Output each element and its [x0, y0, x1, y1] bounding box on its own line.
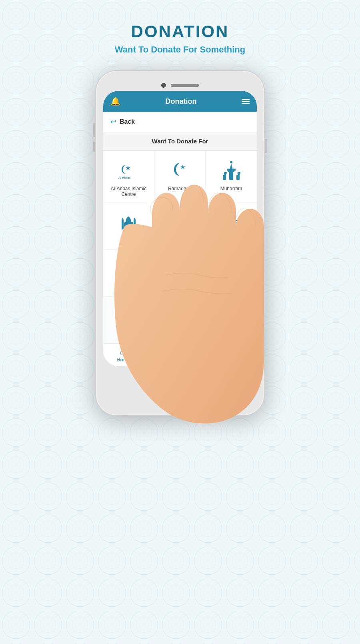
svg-text:Al-Abbas: Al-Abbas	[118, 176, 131, 179]
zakat-label: Zakat	[122, 285, 134, 291]
khums-label: Khums	[172, 238, 187, 244]
sadaqah-icon	[219, 211, 243, 235]
phone-wrapper: 🔔 Donation ↩ Back Want To Donate For	[96, 71, 264, 415]
side-button-right	[265, 139, 267, 153]
empty-cell-2	[206, 297, 257, 344]
app-title: Donation	[166, 97, 197, 106]
svg-rect-23	[125, 265, 133, 266]
svg-point-32	[158, 353, 159, 354]
phone-top-bar	[103, 78, 257, 91]
svg-rect-18	[126, 223, 129, 227]
svg-point-26	[131, 274, 133, 278]
back-bar[interactable]: ↩ Back	[103, 112, 257, 132]
nav-resources-label: Resources	[190, 358, 209, 362]
svg-point-28	[228, 262, 234, 268]
donation-item-zakat[interactable]: Zakat	[103, 250, 154, 297]
nav-qibla[interactable]: Qibla Direction	[224, 347, 252, 364]
phone-frame: 🔔 Donation ↩ Back Want To Donate For	[96, 71, 264, 415]
home-button[interactable]	[170, 372, 190, 392]
menu-icon[interactable]	[242, 99, 250, 104]
muharram-icon	[219, 159, 243, 183]
others-icon	[117, 305, 141, 329]
khums-icon	[168, 211, 192, 235]
donation-item-khums[interactable]: Khums	[154, 203, 206, 250]
sadaqah-label: Sadaqah	[222, 238, 241, 244]
svg-rect-15	[223, 175, 226, 180]
bell-icon[interactable]: 🔔	[110, 97, 120, 106]
burial-icon	[168, 258, 192, 282]
donation-item-safar[interactable]: Safar	[103, 203, 154, 250]
svg-rect-19	[122, 219, 124, 229]
burial-label: Burial	[174, 285, 186, 291]
side-buttons-left	[93, 123, 95, 152]
power-button	[265, 139, 267, 153]
donation-item-others[interactable]: Others	[103, 297, 154, 344]
bottom-nav: ⌂ Home News Feed	[103, 344, 257, 366]
nav-newsfeed[interactable]: News Feed	[147, 347, 175, 364]
svg-rect-13	[227, 169, 236, 171]
svg-rect-31	[124, 314, 133, 317]
svg-rect-29	[122, 321, 136, 324]
svg-rect-16	[236, 175, 240, 180]
donation-item-sadaqah[interactable]: Sadaqah	[206, 203, 257, 250]
svg-point-14	[230, 161, 232, 163]
page-content: DONATION Want To Donate For Something	[0, 0, 360, 415]
rss-icon	[157, 347, 165, 357]
ramadhan-label: Ramadhan	[168, 186, 192, 191]
alabbas-icon: Al-Abbas Islamic Centre	[117, 159, 141, 183]
donation-item-ramadhan[interactable]: Ramadhan	[154, 151, 206, 203]
back-arrow-icon: ↩	[110, 117, 116, 126]
donation-item-alabbas[interactable]: Al-Abbas Islamic Centre Al-Abbas Islamic…	[103, 151, 154, 203]
phone-speaker	[171, 84, 199, 87]
muharram-label: Muharram	[220, 186, 242, 191]
ramadhan-icon	[168, 159, 192, 183]
section-title: Want To Donate For	[103, 132, 257, 151]
svg-point-25	[125, 274, 127, 278]
imazamin-icon	[219, 258, 243, 282]
imazamin-label: Imam Zamin	[218, 285, 245, 291]
donation-item-muharram[interactable]: Muharram	[206, 151, 257, 203]
nav-home[interactable]: ⌂ Home	[108, 347, 136, 364]
svg-rect-20	[134, 219, 136, 229]
svg-rect-30	[123, 318, 134, 320]
compass-icon	[233, 347, 242, 358]
back-label: Back	[120, 118, 135, 125]
donation-item-imazamin[interactable]: Imam Zamin	[206, 250, 257, 297]
svg-marker-10	[180, 165, 185, 169]
phone-screen: 🔔 Donation ↩ Back Want To Donate For	[103, 91, 257, 366]
phone-home-area	[103, 366, 257, 397]
nav-qibla-label: Qibla Direction	[224, 359, 251, 364]
safar-label: Safar	[123, 238, 134, 244]
nav-resources[interactable]: 📖 Resources	[185, 347, 213, 364]
svg-marker-27	[182, 269, 185, 272]
svg-point-21	[229, 215, 234, 219]
phone-camera	[161, 83, 166, 88]
home-icon: ⌂	[120, 347, 125, 356]
page-subtitle: Want To Donate For Something	[115, 44, 245, 55]
svg-marker-7	[126, 166, 130, 170]
book-icon: 📖	[194, 347, 204, 357]
svg-rect-11	[229, 172, 233, 180]
app-header: 🔔 Donation	[103, 91, 257, 112]
empty-cell-1	[154, 297, 206, 344]
alabbas-label: Al-Abbas Islamic Centre	[107, 186, 150, 197]
donation-grid: Al-Abbas Islamic Centre Al-Abbas Islamic…	[103, 151, 257, 344]
zakat-icon	[117, 258, 141, 282]
svg-point-24	[127, 272, 130, 277]
volume-up-button	[93, 123, 95, 137]
nav-home-label: Home	[117, 358, 128, 362]
donation-item-burial[interactable]: Burial	[154, 250, 206, 297]
safar-icon	[117, 211, 141, 235]
page-title: DONATION	[131, 22, 229, 41]
nav-newsfeed-label: News Feed	[151, 358, 171, 363]
others-label: Others	[121, 332, 136, 338]
volume-down-button	[93, 142, 95, 152]
svg-rect-22	[126, 262, 131, 265]
